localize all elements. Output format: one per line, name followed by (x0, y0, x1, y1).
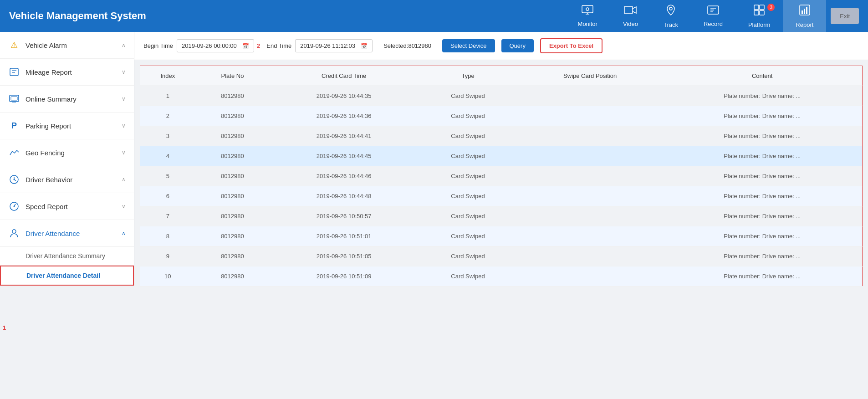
speed-report-arrow: ∨ (122, 203, 126, 210)
cell-type: Card Swiped (418, 106, 518, 126)
cell-plate-no: 8012980 (195, 266, 270, 286)
sidebar-online-summary-label: Online Summary (26, 95, 77, 103)
cell-swipe-card-position (518, 86, 662, 106)
cell-swipe-card-position (518, 186, 662, 206)
nav-report[interactable]: Report (783, 0, 826, 32)
sidebar-item-geo-fencing[interactable]: Geo Fencing ∨ (0, 139, 134, 166)
nav-monitor-label: Monitor (578, 20, 597, 27)
app-title: Vehicle Management System (9, 10, 565, 22)
cell-plate-no: 8012980 (195, 86, 270, 106)
table-body: 1 8012980 2019-09-26 10:44:35 Card Swipe… (140, 86, 863, 286)
online-summary-arrow: ∨ (122, 96, 126, 102)
cell-content: Plate number: Drive name: ... (662, 266, 862, 286)
svg-rect-11 (760, 5, 764, 10)
col-plate-no: Plate No (195, 66, 270, 86)
sidebar-subitem-driver-attendance-summary[interactable]: Driver Attendance Summary (0, 247, 134, 266)
nav-items: Monitor Video Track Record 3 Platform (565, 0, 859, 32)
selected-device-text: Selected:8012980 (379, 42, 436, 49)
table-row: 6 8012980 2019-09-26 10:44:48 Card Swipe… (140, 186, 863, 206)
svg-rect-0 (582, 5, 593, 13)
nav-monitor[interactable]: Monitor (565, 0, 610, 32)
end-time-group: End Time 2019-09-26 11:12:03 📅 (266, 39, 373, 52)
exit-button[interactable]: Exit (831, 8, 859, 24)
nav-video[interactable]: Video (610, 0, 651, 32)
cell-plate-no: 8012980 (195, 186, 270, 206)
cell-credit-card-time: 2019-09-26 10:51:01 (270, 226, 418, 246)
cell-index: 5 (140, 166, 195, 186)
cell-content: Plate number: Drive name: ... (662, 226, 862, 246)
topbar: Vehicle Management System Monitor Video … (0, 0, 868, 32)
table-row: 5 8012980 2019-09-26 10:44:46 Card Swipe… (140, 166, 863, 186)
cell-credit-card-time: 2019-09-26 10:44:48 (270, 186, 418, 206)
cell-plate-no: 8012980 (195, 106, 270, 126)
calendar-icon-begin: 📅 (242, 43, 249, 49)
svg-rect-16 (804, 9, 805, 14)
cell-swipe-card-position (518, 146, 662, 166)
cell-credit-card-time: 2019-09-26 10:44:41 (270, 126, 418, 146)
driver-attendance-summary-label: Driver Attendance Summary (26, 252, 105, 260)
table-header-row: Index Plate No Credit Card Time Type Swi… (140, 66, 863, 86)
sidebar-item-mileage-report[interactable]: Mileage Report ∨ (0, 59, 134, 86)
svg-point-28 (14, 179, 15, 180)
mileage-report-icon (8, 66, 20, 78)
sidebar-item-vehicle-alarm[interactable]: ⚠ Vehicle Alarm ∧ (0, 32, 134, 59)
table-wrapper: Index Plate No Credit Card Time Type Swi… (134, 60, 868, 292)
driver-attendance-detail-label: Driver Attendance Detail (26, 272, 100, 279)
cell-credit-card-time: 2019-09-26 10:44:36 (270, 106, 418, 126)
cell-credit-card-time: 2019-09-26 10:44:46 (270, 166, 418, 186)
sidebar-item-online-summary[interactable]: Online Summary ∨ (0, 86, 134, 113)
query-button[interactable]: Query (501, 39, 534, 52)
cell-credit-card-time: 2019-09-26 10:50:57 (270, 206, 418, 226)
end-time-input[interactable]: 2019-09-26 11:12:03 📅 (295, 39, 373, 52)
table-row: 3 8012980 2019-09-26 10:44:41 Card Swipe… (140, 126, 863, 146)
sidebar-item-parking-report[interactable]: P Parking Report ∨ (0, 113, 134, 139)
sidebar-mileage-report-label: Mileage Report (26, 68, 72, 76)
sidebar-item-driver-attendance[interactable]: Driver Attendance ∧ (0, 220, 134, 247)
cell-swipe-card-position (518, 206, 662, 226)
svg-rect-17 (806, 7, 807, 14)
cell-credit-card-time: 2019-09-26 10:44:35 (270, 86, 418, 106)
geo-fencing-icon (8, 147, 20, 159)
sidebar-item-driver-behavior[interactable]: Driver Behavior ∧ (0, 166, 134, 193)
cell-content: Plate number: Drive name: ... (662, 206, 862, 226)
cell-plate-no: 8012980 (195, 206, 270, 226)
sidebar-parking-report-label: Parking Report (26, 122, 71, 130)
geo-fencing-arrow: ∨ (122, 149, 126, 156)
col-index: Index (140, 66, 195, 86)
begin-time-input[interactable]: 2019-09-26 00:00:00 📅 (177, 39, 254, 52)
nav-platform[interactable]: 3 Platform (735, 0, 783, 32)
cell-plate-no: 8012980 (195, 126, 270, 146)
sidebar-driver-attendance-label: Driver Attendance (26, 230, 80, 237)
sidebar-item-speed-report[interactable]: Speed Report ∨ (0, 193, 134, 220)
cell-content: Plate number: Drive name: ... (662, 166, 862, 186)
col-swipe-card-position: Swipe Card Position (518, 66, 662, 86)
annotation-num1: 1 (3, 324, 6, 331)
table-row: 7 8012980 2019-09-26 10:50:57 Card Swipe… (140, 206, 863, 226)
driver-attendance-icon (8, 227, 20, 239)
nav-track[interactable]: Track (651, 0, 691, 32)
data-table: Index Plate No Credit Card Time Type Swi… (140, 66, 863, 286)
select-device-button[interactable]: Select Device (442, 39, 495, 52)
cell-index: 1 (140, 86, 195, 106)
cell-swipe-card-position (518, 126, 662, 146)
col-content: Content (662, 66, 862, 86)
cell-type: Card Swiped (418, 246, 518, 266)
cell-swipe-card-position (518, 166, 662, 186)
svg-rect-18 (10, 68, 18, 76)
nav-report-label: Report (796, 21, 813, 28)
sidebar-subitem-driver-attendance-detail[interactable]: Driver Attendance Detail (0, 266, 134, 286)
begin-time-group: Begin Time 2019-09-26 00:00:00 📅 (143, 39, 254, 52)
cell-type: Card Swiped (418, 206, 518, 226)
cell-plate-no: 8012980 (195, 146, 270, 166)
cell-type: Card Swiped (418, 226, 518, 246)
record-icon (707, 5, 719, 18)
cell-type: Card Swiped (418, 86, 518, 106)
export-button[interactable]: Export To Excel (540, 38, 602, 53)
platform-badge: 3 (767, 4, 775, 11)
sidebar-vehicle-alarm-label: Vehicle Alarm (26, 41, 67, 49)
cell-content: Plate number: Drive name: ... (662, 126, 862, 146)
cell-content: Plate number: Drive name: ... (662, 146, 862, 166)
cell-index: 6 (140, 186, 195, 206)
vehicle-alarm-icon: ⚠ (8, 39, 20, 51)
nav-record[interactable]: Record (691, 0, 735, 32)
